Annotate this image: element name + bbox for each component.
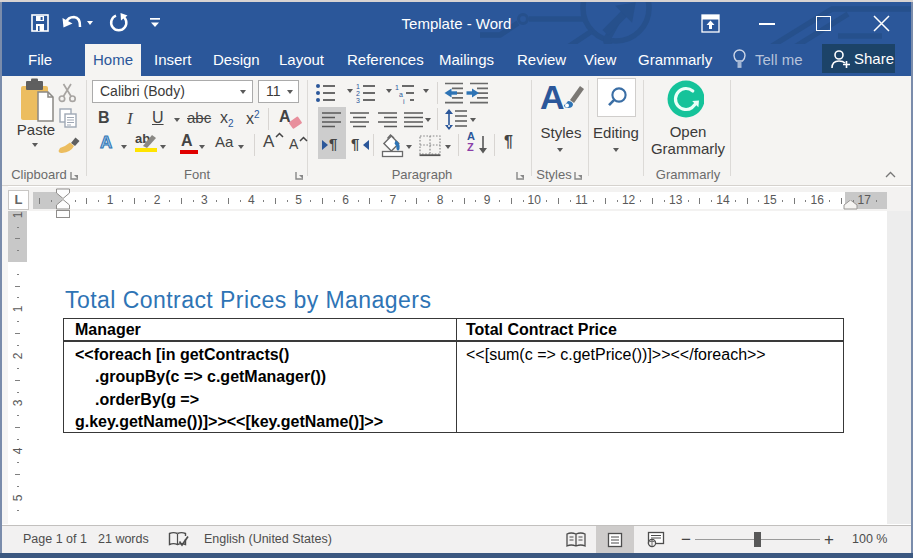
svg-text:a: a [399, 91, 403, 98]
svg-text:3: 3 [356, 97, 360, 104]
svg-text:1: 1 [356, 83, 360, 90]
svg-text:2: 2 [356, 90, 360, 97]
svg-text:i: i [403, 98, 405, 104]
svg-text:1: 1 [395, 84, 399, 91]
